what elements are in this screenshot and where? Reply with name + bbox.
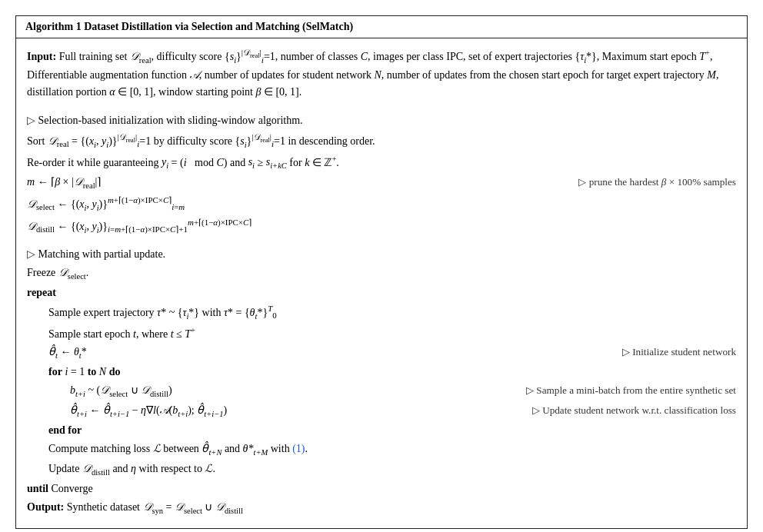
m-text: m ← ⌈β × |𝒟real|⌉ [27,174,571,192]
dselect-line: 𝒟select ← {(xi, yi)}m+⌈(1−α)×IPC×C⌉i=m [27,194,736,214]
update-line: Update 𝒟distill and η with respect to ℒ. [27,461,736,479]
dselect-text: 𝒟select ← {(xi, yi)}m+⌈(1−α)×IPC×C⌉i=m [27,194,736,214]
spacer1 [27,105,736,111]
theta-update-line: θ̂t+i ← θ̂t+i−1 − η∇l(𝒜(bt+i); θ̂t+i−1) … [27,402,736,421]
comment-matching-line: ▷ Matching with partial update. [27,246,736,263]
sample-epoch-line: Sample start epoch t, where t ≤ T+ [27,324,736,342]
endfor-line: end for [27,422,736,439]
repeat-keyword: repeat [27,284,736,301]
algorithm-title: Algorithm 1 Dataset Distillation via Sel… [16,16,747,38]
comment-matching: ▷ Matching with partial update. [27,246,736,263]
until-line: until Converge [27,480,736,497]
for-line: for i = 1 to N do [27,364,736,381]
comment-m: ▷ prune the hardest β × 100% samples [571,175,736,190]
freeze-text: Freeze 𝒟select. [27,264,736,283]
input-section: Input: Full training set 𝒟real, difficul… [27,46,736,100]
comment-b: ▷ Sample a mini-batch from the entire sy… [518,383,736,398]
output-line: Output: Synthetic dataset 𝒟syn = 𝒟select… [27,499,736,517]
algorithm-box: Algorithm 1 Dataset Distillation via Sel… [15,15,748,529]
sample-traj-text: Sample expert trajectory τ* ~ {τi*} with… [27,302,736,323]
endfor-text: end for [27,422,736,439]
update-text: Update 𝒟distill and η with respect to ℒ. [27,461,736,479]
sort-text: Sort 𝒟real = {(xi, yi)}|𝒟real|i=1 by dif… [27,131,736,151]
b-text: bt+i ~ (𝒟select ∪ 𝒟distill) [27,382,518,401]
b-line: bt+i ~ (𝒟select ∪ 𝒟distill) ▷ Sample a m… [27,382,736,401]
ddistill-line: 𝒟distill ← {(xi, yi)}i=m+⌈(1−α)×IPC×C⌉+1… [27,216,736,237]
sort-line: Sort 𝒟real = {(xi, yi)}|𝒟real|i=1 by dif… [27,131,736,151]
comment-theta-init: ▷ Initialize student network [615,344,736,360]
compute-text: Compute matching loss ℒ between θ̂t+N an… [27,441,736,459]
theta-init-text: θ̂t ← θt* [27,344,615,362]
output-text: Output: Synthetic dataset 𝒟syn = 𝒟select… [27,499,736,517]
algorithm-body: Input: Full training set 𝒟real, difficul… [16,38,747,528]
theta-update-text: θ̂t+i ← θ̂t+i−1 − η∇l(𝒜(bt+i); θ̂t+i−1) [27,402,525,421]
comment-init-line: ▷ Selection-based initialization with sl… [27,112,736,129]
m-line: m ← ⌈β × |𝒟real|⌉ ▷ prune the hardest β … [27,174,736,192]
comment-init: ▷ Selection-based initialization with sl… [27,112,736,129]
comment-theta-update: ▷ Update student network w.r.t. classifi… [525,403,736,418]
theta-init-line: θ̂t ← θt* ▷ Initialize student network [27,344,736,362]
for-text: for i = 1 to N do [27,364,736,381]
sample-traj-line: Sample expert trajectory τ* ~ {τi*} with… [27,302,736,323]
ddistill-text: 𝒟distill ← {(xi, yi)}i=m+⌈(1−α)×IPC×C⌉+1… [27,216,736,237]
freeze-line: Freeze 𝒟select. [27,264,736,283]
repeat-line: repeat [27,284,736,301]
sample-epoch-text: Sample start epoch t, where t ≤ T+ [27,324,736,342]
reorder-text: Re-order it while guaranteeing yi = (i m… [27,153,736,173]
input-label: Input: [27,51,56,62]
reorder-line: Re-order it while guaranteeing yi = (i m… [27,153,736,173]
spacer2 [27,238,736,244]
until-text: until Converge [27,480,736,497]
compute-line: Compute matching loss ℒ between θ̂t+N an… [27,441,736,459]
